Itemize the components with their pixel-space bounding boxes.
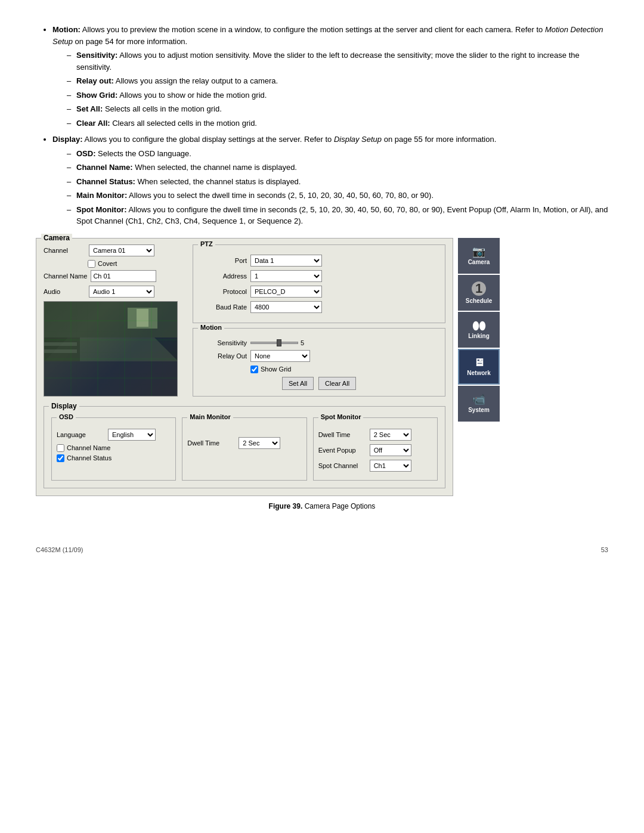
main-monitor-title: Main Monitor	[187, 413, 233, 420]
svg-rect-1	[44, 361, 178, 397]
sub-osd: OSD: Selects the OSD language.	[67, 148, 608, 160]
schedule-nav-icon: 1	[472, 281, 486, 296]
camera-preview	[44, 301, 178, 397]
ptz-address-select[interactable]: 1	[250, 270, 322, 282]
language-row: Language English	[57, 429, 171, 441]
spot-dwell-label: Dwell Time	[318, 431, 366, 438]
spot-channel-select[interactable]: Ch1	[370, 460, 411, 472]
covert-checkbox[interactable]	[88, 260, 95, 268]
nav-schedule-label: Schedule	[466, 298, 492, 304]
svg-rect-0	[44, 302, 178, 337]
ptz-baud-select[interactable]: 4800	[250, 301, 322, 313]
main-monitor-col: Main Monitor Dwell Time 2 Sec	[182, 417, 306, 481]
nav-camera-label: Camera	[468, 259, 490, 265]
show-grid-checkbox[interactable]	[250, 366, 258, 373]
event-popup-row: Event Popup Off	[318, 444, 432, 456]
motion-section: Motion Sensitivity 5	[193, 328, 445, 397]
display-section-title: Display	[49, 402, 79, 410]
language-select[interactable]: English	[108, 429, 156, 441]
spot-dwell-select[interactable]: 2 Sec	[370, 429, 411, 441]
linking-nav-icon: ⬮⬮	[472, 320, 485, 331]
nav-network-button[interactable]: 🖥 Network	[458, 349, 500, 385]
main-dwell-select[interactable]: 2 Sec	[239, 437, 280, 449]
channel-status-label: Channel Status	[67, 454, 112, 462]
channel-status-check-row: Channel Status	[57, 454, 171, 462]
display-label: Display:	[52, 135, 83, 144]
osd-title: OSD	[57, 413, 76, 420]
figure-caption: Figure 39. Camera Page Options	[36, 502, 608, 510]
motion-sub-list: Sensitivity: Allows you to adjust motion…	[52, 49, 608, 129]
main-dwell-label: Dwell Time	[187, 439, 235, 447]
nav-system-label: System	[468, 407, 490, 413]
sub-clear-all: Clear All: Clears all selected cells in …	[67, 117, 608, 129]
display-sub-list: OSD: Selects the OSD language. Channel N…	[52, 148, 608, 227]
display-section: Display OSD Language English	[44, 406, 445, 488]
relay-out-select[interactable]: None	[250, 350, 310, 362]
svg-rect-6	[44, 342, 77, 346]
ptz-protocol-row: Protocol PELCO_D	[199, 286, 439, 298]
channel-select[interactable]: Camera 01	[89, 244, 154, 256]
nav-network-label: Network	[467, 370, 490, 376]
ptz-port-label: Port	[199, 257, 247, 264]
nav-linking-button[interactable]: ⬮⬮ Linking	[458, 312, 500, 348]
right-column: PTZ Port Data 1 Address	[193, 244, 445, 401]
sensitivity-row: Sensitivity 5	[199, 339, 439, 346]
sub-sensitivity: Sensitivity: Allows you to adjust motion…	[67, 49, 608, 73]
channel-status-checkbox[interactable]	[57, 454, 64, 462]
main-dwell-row: Dwell Time 2 Sec	[187, 437, 301, 449]
sensitivity-thumb[interactable]	[277, 339, 281, 346]
show-grid-label: Show Grid	[261, 366, 291, 373]
ptz-protocol-label: Protocol	[199, 288, 247, 295]
sub-spot-monitor: Spot Monitor: Allows you to configure th…	[67, 204, 608, 227]
relay-out-label: Relay Out	[199, 352, 247, 360]
sub-show-grid: Show Grid: Allows you to show or hide th…	[67, 89, 608, 101]
relay-out-row: Relay Out None	[199, 350, 439, 362]
bullet-display: Display: Allows you to configure the glo…	[52, 134, 608, 227]
spot-monitor-title: Spot Monitor	[318, 413, 364, 420]
osd-col: OSD Language English Channel Name	[51, 417, 176, 481]
spot-dwell-row: Dwell Time 2 Sec	[318, 429, 432, 441]
footer-right: 53	[601, 546, 608, 553]
sensitivity-value: 5	[301, 339, 310, 346]
channel-row: Channel Camera 01	[44, 244, 187, 256]
channel-name-input[interactable]	[91, 270, 156, 282]
nav-camera-button[interactable]: 📷 Camera	[458, 238, 500, 274]
svg-rect-7	[44, 349, 77, 353]
clear-all-button[interactable]: Clear All	[318, 377, 356, 390]
audio-select[interactable]: Audio 1	[89, 286, 154, 298]
show-grid-row: Show Grid	[250, 366, 439, 373]
page-content: Motion: Allows you to preview the motion…	[36, 24, 608, 553]
figure-caption-text: Camera Page Options	[305, 502, 376, 510]
camera-nav-icon: 📷	[472, 246, 485, 257]
bullet-motion: Motion: Allows you to preview the motion…	[52, 24, 608, 129]
ptz-protocol-select[interactable]: PELCO_D	[250, 286, 322, 298]
ptz-port-row: Port Data 1	[199, 255, 439, 267]
channel-name-label: Channel Name	[44, 272, 87, 280]
main-list: Motion: Allows you to preview the motion…	[36, 24, 608, 227]
footer: C4632M (11/09) 53	[36, 546, 608, 553]
nav-system-button[interactable]: 📹 System	[458, 386, 500, 422]
nav-schedule-button[interactable]: 1 Schedule	[458, 275, 500, 311]
sub-main-monitor: Main Monitor: Allows you to select the d…	[67, 190, 608, 202]
channel-label: Channel	[44, 247, 85, 254]
event-popup-select[interactable]: Off	[370, 444, 411, 456]
spot-channel-row: Spot Channel Ch1	[318, 460, 432, 472]
sensitivity-slider-container: 5	[250, 339, 310, 346]
sub-channel-status: Channel Status: When selected, the chann…	[67, 176, 608, 188]
covert-label: Covert	[98, 260, 117, 267]
ptz-baud-label: Baud Rate	[199, 304, 247, 311]
figure-caption-bold: Figure 39.	[269, 502, 303, 510]
sub-relay-out: Relay out: Allows you assign the relay o…	[67, 75, 608, 87]
network-nav-icon: 🖥	[473, 357, 484, 368]
set-all-button[interactable]: Set All	[282, 377, 314, 390]
sensitivity-track	[250, 342, 298, 344]
event-popup-label: Event Popup	[318, 447, 366, 454]
audio-row: Audio Audio 1	[44, 286, 187, 298]
ptz-port-select[interactable]: Data 1	[250, 255, 322, 267]
camera-preview-svg	[44, 302, 178, 397]
language-label: Language	[57, 431, 104, 438]
channel-name-check-label: Channel Name	[67, 444, 110, 451]
channel-name-checkbox[interactable]	[57, 444, 64, 452]
nav-linking-label: Linking	[468, 333, 490, 339]
ptz-address-label: Address	[199, 272, 247, 280]
